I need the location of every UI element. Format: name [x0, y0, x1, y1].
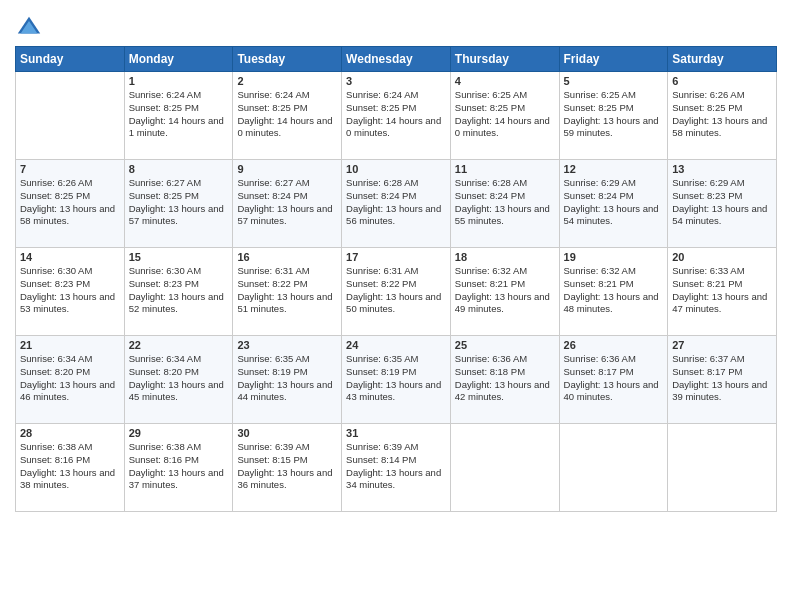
logo-icon: [15, 14, 43, 42]
day-info: Sunrise: 6:30 AMSunset: 8:23 PMDaylight:…: [20, 265, 120, 316]
day-info: Sunrise: 6:24 AMSunset: 8:25 PMDaylight:…: [346, 89, 446, 140]
day-number: 16: [237, 251, 337, 263]
week-row-2: 14Sunrise: 6:30 AMSunset: 8:23 PMDayligh…: [16, 248, 777, 336]
logo: [15, 14, 45, 42]
calendar-cell: 27Sunrise: 6:37 AMSunset: 8:17 PMDayligh…: [668, 336, 777, 424]
calendar-cell: 4Sunrise: 6:25 AMSunset: 8:25 PMDaylight…: [450, 72, 559, 160]
day-info: Sunrise: 6:39 AMSunset: 8:15 PMDaylight:…: [237, 441, 337, 492]
calendar-cell: 25Sunrise: 6:36 AMSunset: 8:18 PMDayligh…: [450, 336, 559, 424]
day-number: 27: [672, 339, 772, 351]
day-number: 14: [20, 251, 120, 263]
page-container: SundayMondayTuesdayWednesdayThursdayFrid…: [0, 0, 792, 522]
day-info: Sunrise: 6:36 AMSunset: 8:17 PMDaylight:…: [564, 353, 664, 404]
day-info: Sunrise: 6:26 AMSunset: 8:25 PMDaylight:…: [672, 89, 772, 140]
day-info: Sunrise: 6:28 AMSunset: 8:24 PMDaylight:…: [346, 177, 446, 228]
day-header-saturday: Saturday: [668, 47, 777, 72]
day-number: 3: [346, 75, 446, 87]
day-header-wednesday: Wednesday: [342, 47, 451, 72]
day-info: Sunrise: 6:25 AMSunset: 8:25 PMDaylight:…: [564, 89, 664, 140]
header: [15, 10, 777, 42]
day-info: Sunrise: 6:29 AMSunset: 8:24 PMDaylight:…: [564, 177, 664, 228]
calendar-cell: 29Sunrise: 6:38 AMSunset: 8:16 PMDayligh…: [124, 424, 233, 512]
calendar-cell: 17Sunrise: 6:31 AMSunset: 8:22 PMDayligh…: [342, 248, 451, 336]
day-number: 8: [129, 163, 229, 175]
day-number: 26: [564, 339, 664, 351]
day-number: 24: [346, 339, 446, 351]
calendar-cell: 6Sunrise: 6:26 AMSunset: 8:25 PMDaylight…: [668, 72, 777, 160]
day-number: 1: [129, 75, 229, 87]
calendar-cell: 5Sunrise: 6:25 AMSunset: 8:25 PMDaylight…: [559, 72, 668, 160]
calendar-cell: 14Sunrise: 6:30 AMSunset: 8:23 PMDayligh…: [16, 248, 125, 336]
calendar-cell: 7Sunrise: 6:26 AMSunset: 8:25 PMDaylight…: [16, 160, 125, 248]
day-number: 6: [672, 75, 772, 87]
day-number: 4: [455, 75, 555, 87]
day-info: Sunrise: 6:24 AMSunset: 8:25 PMDaylight:…: [129, 89, 229, 140]
day-info: Sunrise: 6:33 AMSunset: 8:21 PMDaylight:…: [672, 265, 772, 316]
day-info: Sunrise: 6:24 AMSunset: 8:25 PMDaylight:…: [237, 89, 337, 140]
day-number: 18: [455, 251, 555, 263]
day-number: 10: [346, 163, 446, 175]
calendar-cell: [559, 424, 668, 512]
day-header-monday: Monday: [124, 47, 233, 72]
day-info: Sunrise: 6:28 AMSunset: 8:24 PMDaylight:…: [455, 177, 555, 228]
day-number: 5: [564, 75, 664, 87]
calendar-cell: 16Sunrise: 6:31 AMSunset: 8:22 PMDayligh…: [233, 248, 342, 336]
day-info: Sunrise: 6:32 AMSunset: 8:21 PMDaylight:…: [455, 265, 555, 316]
calendar-cell: 9Sunrise: 6:27 AMSunset: 8:24 PMDaylight…: [233, 160, 342, 248]
day-header-thursday: Thursday: [450, 47, 559, 72]
calendar-cell: 31Sunrise: 6:39 AMSunset: 8:14 PMDayligh…: [342, 424, 451, 512]
calendar-cell: 26Sunrise: 6:36 AMSunset: 8:17 PMDayligh…: [559, 336, 668, 424]
day-number: 22: [129, 339, 229, 351]
header-row: SundayMondayTuesdayWednesdayThursdayFrid…: [16, 47, 777, 72]
calendar-cell: 10Sunrise: 6:28 AMSunset: 8:24 PMDayligh…: [342, 160, 451, 248]
day-info: Sunrise: 6:35 AMSunset: 8:19 PMDaylight:…: [237, 353, 337, 404]
calendar-cell: 20Sunrise: 6:33 AMSunset: 8:21 PMDayligh…: [668, 248, 777, 336]
calendar-cell: 22Sunrise: 6:34 AMSunset: 8:20 PMDayligh…: [124, 336, 233, 424]
day-info: Sunrise: 6:29 AMSunset: 8:23 PMDaylight:…: [672, 177, 772, 228]
day-info: Sunrise: 6:30 AMSunset: 8:23 PMDaylight:…: [129, 265, 229, 316]
calendar-cell: 8Sunrise: 6:27 AMSunset: 8:25 PMDaylight…: [124, 160, 233, 248]
calendar-cell: [450, 424, 559, 512]
week-row-0: 1Sunrise: 6:24 AMSunset: 8:25 PMDaylight…: [16, 72, 777, 160]
calendar-cell: 11Sunrise: 6:28 AMSunset: 8:24 PMDayligh…: [450, 160, 559, 248]
calendar-cell: 3Sunrise: 6:24 AMSunset: 8:25 PMDaylight…: [342, 72, 451, 160]
day-info: Sunrise: 6:31 AMSunset: 8:22 PMDaylight:…: [346, 265, 446, 316]
calendar-cell: 28Sunrise: 6:38 AMSunset: 8:16 PMDayligh…: [16, 424, 125, 512]
day-number: 20: [672, 251, 772, 263]
day-info: Sunrise: 6:26 AMSunset: 8:25 PMDaylight:…: [20, 177, 120, 228]
day-info: Sunrise: 6:31 AMSunset: 8:22 PMDaylight:…: [237, 265, 337, 316]
day-info: Sunrise: 6:34 AMSunset: 8:20 PMDaylight:…: [129, 353, 229, 404]
calendar-cell: 19Sunrise: 6:32 AMSunset: 8:21 PMDayligh…: [559, 248, 668, 336]
day-info: Sunrise: 6:32 AMSunset: 8:21 PMDaylight:…: [564, 265, 664, 316]
week-row-4: 28Sunrise: 6:38 AMSunset: 8:16 PMDayligh…: [16, 424, 777, 512]
calendar-cell: 18Sunrise: 6:32 AMSunset: 8:21 PMDayligh…: [450, 248, 559, 336]
day-header-friday: Friday: [559, 47, 668, 72]
day-info: Sunrise: 6:27 AMSunset: 8:25 PMDaylight:…: [129, 177, 229, 228]
day-number: 7: [20, 163, 120, 175]
calendar-cell: 21Sunrise: 6:34 AMSunset: 8:20 PMDayligh…: [16, 336, 125, 424]
day-info: Sunrise: 6:38 AMSunset: 8:16 PMDaylight:…: [129, 441, 229, 492]
calendar-cell: 12Sunrise: 6:29 AMSunset: 8:24 PMDayligh…: [559, 160, 668, 248]
calendar-cell: [668, 424, 777, 512]
calendar-cell: 1Sunrise: 6:24 AMSunset: 8:25 PMDaylight…: [124, 72, 233, 160]
day-number: 15: [129, 251, 229, 263]
day-number: 28: [20, 427, 120, 439]
day-number: 23: [237, 339, 337, 351]
day-header-tuesday: Tuesday: [233, 47, 342, 72]
calendar-cell: 23Sunrise: 6:35 AMSunset: 8:19 PMDayligh…: [233, 336, 342, 424]
day-header-sunday: Sunday: [16, 47, 125, 72]
calendar-cell: 13Sunrise: 6:29 AMSunset: 8:23 PMDayligh…: [668, 160, 777, 248]
day-number: 12: [564, 163, 664, 175]
calendar-cell: [16, 72, 125, 160]
day-info: Sunrise: 6:37 AMSunset: 8:17 PMDaylight:…: [672, 353, 772, 404]
day-info: Sunrise: 6:25 AMSunset: 8:25 PMDaylight:…: [455, 89, 555, 140]
day-number: 17: [346, 251, 446, 263]
day-number: 19: [564, 251, 664, 263]
week-row-3: 21Sunrise: 6:34 AMSunset: 8:20 PMDayligh…: [16, 336, 777, 424]
day-number: 11: [455, 163, 555, 175]
day-number: 29: [129, 427, 229, 439]
day-info: Sunrise: 6:35 AMSunset: 8:19 PMDaylight:…: [346, 353, 446, 404]
day-number: 30: [237, 427, 337, 439]
day-number: 21: [20, 339, 120, 351]
day-info: Sunrise: 6:27 AMSunset: 8:24 PMDaylight:…: [237, 177, 337, 228]
